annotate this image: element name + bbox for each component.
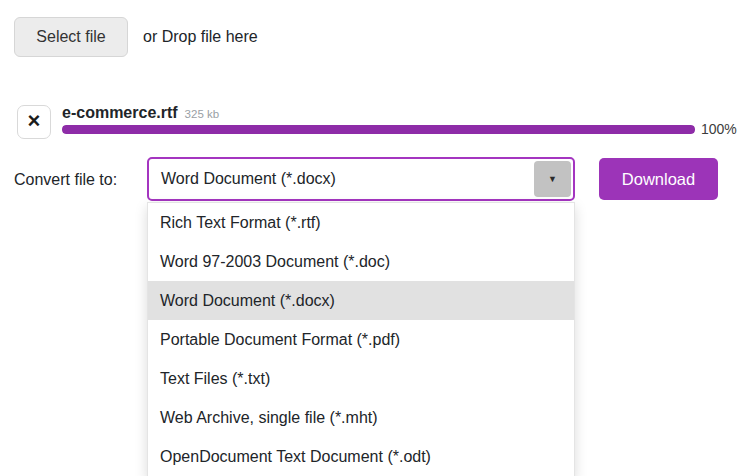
select-file-button[interactable]: Select file [14,17,128,57]
dropdown-option[interactable]: Portable Document Format (*.pdf) [148,320,574,359]
file-converter-page: Select file or Drop file here × e-commer… [0,0,750,476]
dropdown-option[interactable]: Word Document (*.docx) [148,281,574,320]
dropdown-option[interactable]: OpenDocument Text Document (*.odt) [148,437,574,476]
selected-format-value: Word Document (*.docx) [149,170,534,188]
close-icon: × [28,110,41,132]
dropdown-option[interactable]: Word 97-2003 Document (*.doc) [148,242,574,281]
chevron-down-icon: ▼ [548,175,557,184]
progress-percent: 100% [701,121,737,137]
progress-bar-fill [62,125,695,134]
dropdown-toggle-button[interactable]: ▼ [534,161,571,197]
dropdown-option[interactable]: Rich Text Format (*.rtf) [148,203,574,242]
file-size: 325 kb [185,108,220,120]
remove-file-button[interactable]: × [17,105,51,139]
format-select[interactable]: Word Document (*.docx) ▼ [147,157,575,201]
drop-file-hint: or Drop file here [143,27,258,47]
file-meta: e-commerce.rtf 325 kb [62,104,219,122]
dropdown-option[interactable]: Web Archive, single file (*.mht) [148,398,574,437]
format-dropdown-list: Rich Text Format (*.rtf)Word 97-2003 Doc… [147,202,575,476]
convert-to-label: Convert file to: [14,171,117,189]
file-name: e-commerce.rtf [62,104,178,122]
dropdown-option[interactable]: Text Files (*.txt) [148,359,574,398]
download-button[interactable]: Download [599,158,718,200]
progress-bar [62,125,695,134]
